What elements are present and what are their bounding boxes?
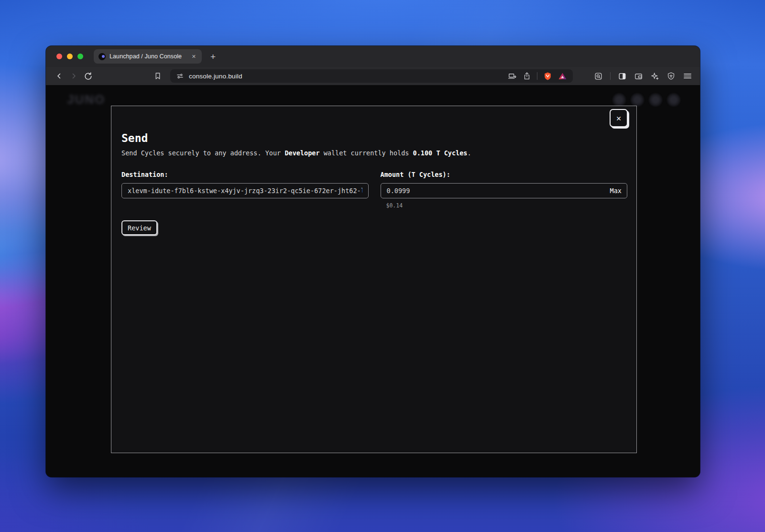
send-form-fields: Destination: Amount (T Cycles): Max $0.1… [121, 170, 627, 209]
back-icon[interactable] [54, 70, 65, 82]
amount-label: Amount (T Cycles): [381, 170, 628, 179]
destination-input[interactable] [121, 183, 369, 198]
header-buttons-dimmed [612, 93, 681, 107]
page-content: JUNO ✕ Send Send Cycles securely to any … [46, 85, 700, 477]
destination-label: Destination: [121, 170, 369, 179]
usd-value: $0.14 [386, 202, 628, 209]
site-settings-icon[interactable] [176, 72, 184, 80]
brave-shield-icon[interactable] [543, 72, 552, 81]
window-controls [56, 54, 83, 59]
minimize-window-button[interactable] [67, 54, 73, 59]
vpn-shield-icon[interactable] [667, 72, 676, 81]
modal-title: Send [121, 132, 148, 144]
header-circle-icon [630, 93, 645, 107]
bookmark-icon[interactable] [152, 70, 164, 82]
browser-toolbar: console.juno.build [46, 67, 700, 85]
search-tabs-icon[interactable] [594, 72, 603, 81]
new-tab-button[interactable]: + [210, 52, 216, 61]
reload-icon[interactable] [82, 70, 94, 82]
share-icon[interactable] [523, 72, 531, 80]
tab-close-icon[interactable]: ✕ [191, 53, 197, 60]
modal-close-button[interactable]: ✕ [610, 109, 628, 127]
description-text: Send Cycles securely to any address. You… [121, 149, 284, 157]
juno-logo: JUNO [67, 92, 105, 107]
fullscreen-window-button[interactable] [77, 54, 83, 59]
url-bar[interactable]: console.juno.build [170, 69, 573, 83]
description-text: . [467, 149, 471, 157]
browser-window: Launchpad / Juno Console ✕ + console.jun… [46, 46, 700, 477]
amount-input-wrap: Max [381, 183, 628, 198]
close-window-button[interactable] [56, 54, 62, 59]
description-text: wallet currently holds [320, 149, 413, 157]
forward-icon[interactable] [68, 70, 79, 82]
destination-field: Destination: [121, 170, 369, 209]
menu-icon[interactable] [683, 71, 692, 81]
toolbar-right-cluster [594, 71, 692, 81]
urlbar-actions [508, 72, 567, 81]
install-app-icon[interactable] [508, 72, 517, 81]
header-circle-icon [612, 93, 626, 107]
divider [610, 72, 611, 80]
divider [537, 72, 537, 80]
description-wallet-name: Developer [284, 149, 319, 157]
url-text[interactable]: console.juno.build [189, 73, 242, 80]
brave-rewards-icon[interactable] [558, 72, 567, 81]
review-button[interactable]: Review [121, 220, 157, 235]
tab-bar: Launchpad / Juno Console ✕ + [46, 46, 700, 67]
send-modal: ✕ Send Send Cycles securely to any addre… [111, 106, 637, 453]
amount-input[interactable] [381, 183, 628, 198]
max-button[interactable]: Max [610, 187, 622, 195]
browser-tab[interactable]: Launchpad / Juno Console ✕ [94, 49, 202, 64]
tab-favicon-icon [98, 53, 106, 60]
sidebar-icon[interactable] [618, 72, 627, 81]
header-circle-icon [667, 93, 681, 107]
modal-description: Send Cycles securely to any address. You… [121, 149, 471, 157]
leo-ai-sparkles-icon[interactable] [650, 72, 659, 81]
header-circle-icon [648, 93, 663, 107]
amount-field: Amount (T Cycles): Max $0.14 [381, 170, 628, 209]
description-balance: 0.100 T Cycles [413, 149, 468, 157]
tab-title: Launchpad / Juno Console [109, 53, 187, 60]
wallet-icon[interactable] [634, 72, 643, 81]
